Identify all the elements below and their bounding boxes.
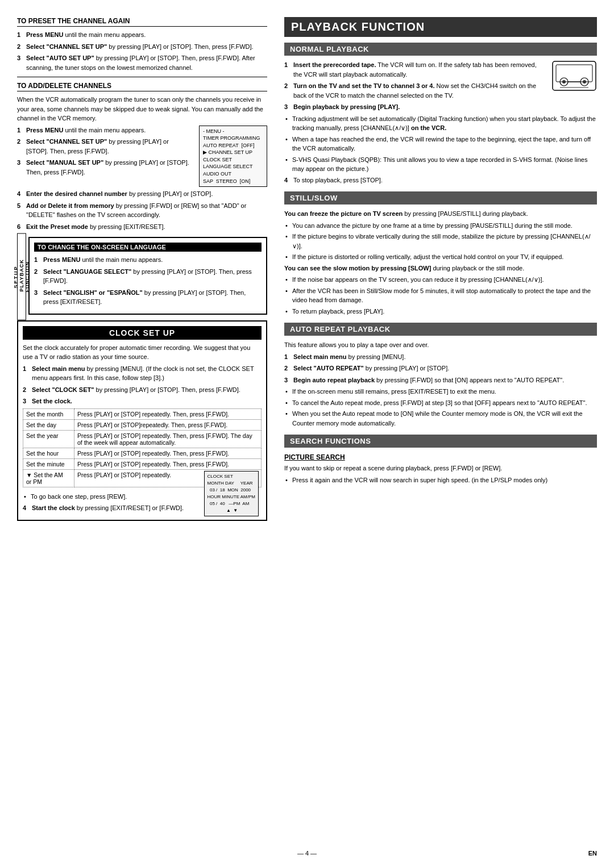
ar-step-1: 1 Select main menu by pressing [MENU]. xyxy=(284,352,597,362)
add-step-5: 5 Add or Delete it from memory by pressi… xyxy=(17,201,267,220)
clock-step-1: 1 Select main menu by pressing [MENU]. (… xyxy=(23,364,262,383)
footer-page-number: — 4 — xyxy=(297,850,317,857)
add-step-2: 2 Select "CHANNEL SET UP" by pressing [P… xyxy=(17,137,191,156)
clock-setup-title: CLOCK SET UP xyxy=(23,326,262,340)
menu-mockup: - MENU - TIMER PROGRAMMING AUTO REPEAT [… xyxy=(199,126,267,187)
auto-repeat-intro: This feature allows you to play a tape o… xyxy=(284,340,597,350)
svg-rect-0 xyxy=(553,61,596,90)
clock-table: Set the month Press [PLAY] or [STOP] rep… xyxy=(23,408,262,487)
add-delete-section: TO ADD/DELETE CHANNELS When the VCR auto… xyxy=(17,82,267,231)
normal-playback-title: NORMAL PLAYBACK xyxy=(284,43,597,56)
tape-illustration xyxy=(551,60,597,99)
page-container: TO PRESET THE CHANNEL AGAIN 1 Press MENU… xyxy=(0,0,614,868)
still-slow-title: STILL/SLOW xyxy=(284,191,597,205)
add-delete-steps-row: 1 Press MENU until the main menu appears… xyxy=(17,126,267,190)
picture-search-subtitle: PICTURE SEARCH xyxy=(284,453,597,461)
ss-bullet-6: To return playback, press [PLAY]. xyxy=(284,307,597,316)
add-step-4: 4 Enter the desired channel number by pr… xyxy=(17,189,267,199)
change-lang-wrapper: SETUP PLAYBACK FUNCTION TO CHANGE THE ON… xyxy=(17,233,267,320)
ss-bullet-2: If the picture begins to vibrate vertica… xyxy=(284,232,597,251)
nb-step-4: 4 To stop playback, press [STOP]. xyxy=(284,176,597,185)
ss-bullet-5: After the VCR has been in Still/Slow mod… xyxy=(284,286,597,305)
ar-bullet-1: If the on-screen menu still remains, pre… xyxy=(284,387,597,397)
picture-search-intro: If you want to skip or repeat a scene du… xyxy=(284,464,597,473)
sidebar-label: SETUP PLAYBACK FUNCTION xyxy=(17,233,26,320)
footer-lang-label: EN xyxy=(588,850,597,857)
ar-bullet-2: To cancel the Auto repeat mode, press [F… xyxy=(284,398,597,408)
nb-bullet-1: Tracking adjustment will be set automati… xyxy=(284,114,597,133)
change-lang-title: TO CHANGE THE ON-SCREEN LANGUAGE xyxy=(34,243,262,252)
preset-channel-title: TO PRESET THE CHANNEL AGAIN xyxy=(17,17,267,27)
page-footer: — 4 — EN xyxy=(0,850,614,857)
playback-function-title: PLAYBACK FUNCTION xyxy=(284,17,597,37)
nb-step-3: 3 Begin playback by pressing [PLAY]. xyxy=(284,102,597,112)
ss-bullet-3: If the picture is distorted or rolling v… xyxy=(284,252,597,262)
ar-bullet-3: When you set the Auto repeat mode to [ON… xyxy=(284,409,597,428)
nb-bullet-2: When a tape has reached the end, the VCR… xyxy=(284,135,597,153)
add-step-1: 1 Press MENU until the main menu appears… xyxy=(17,126,191,135)
right-column: PLAYBACK FUNCTION NORMAL PLAYBACK 1 Inse… xyxy=(279,17,597,851)
svg-point-5 xyxy=(583,80,586,84)
lang-step-1: 1 Press MENU until the main menu appears… xyxy=(34,255,262,265)
nb-step-1: 1 Insert the prerecorded tape. The VCR w… xyxy=(284,60,541,79)
svg-rect-1 xyxy=(556,65,592,82)
normal-playback-row: 1 Insert the prerecorded tape. The VCR w… xyxy=(284,60,597,102)
auto-repeat-title: AUTO REPEAT PLAYBACK xyxy=(284,323,597,336)
preset-step-1: 1 Press MENU until the main menu appears… xyxy=(17,30,267,40)
lang-step-3: 3 Select "ENGLISH" or "ESPAÑOL" by press… xyxy=(34,288,262,307)
add-step-6: 6 Exit the Preset mode by pressing [EXIT… xyxy=(17,222,267,232)
still-slow-slow: You can see the slow motion by pressing … xyxy=(284,264,597,273)
still-slow-intro: You can freeze the picture on TV screen … xyxy=(284,209,597,219)
clock-step-3: 3 Set the clock. xyxy=(23,397,262,406)
nb-step-2: 2 Turn on the TV and set the TV to chann… xyxy=(284,81,541,100)
normal-playback-section: NORMAL PLAYBACK 1 Insert the prerecorded… xyxy=(284,43,597,185)
preset-step-2: 2 Select "CHANNEL SET UP" by pressing [P… xyxy=(17,42,267,52)
auto-repeat-section: AUTO REPEAT PLAYBACK This feature allows… xyxy=(284,323,597,428)
change-lang-section: TO CHANGE THE ON-SCREEN LANGUAGE 1 Press… xyxy=(28,237,267,315)
add-delete-body: When the VCR automatically program the t… xyxy=(17,95,267,123)
ps-bullet-1: Press it again and the VCR will now sear… xyxy=(284,475,597,485)
ss-bullet-1: You can advance the picture by one frame… xyxy=(284,221,597,231)
svg-point-3 xyxy=(562,80,566,84)
search-functions-title: SEARCH FUNCTIONS xyxy=(284,435,597,448)
clock-table-row: Set the minute Press [PLAY] or [STOP] re… xyxy=(23,458,262,469)
add-delete-steps: 1 Press MENU until the main menu appears… xyxy=(17,126,191,190)
add-delete-title: TO ADD/DELETE CHANNELS xyxy=(17,82,267,91)
divider-1 xyxy=(17,77,267,77)
preset-channel-section: TO PRESET THE CHANNEL AGAIN 1 Press MENU… xyxy=(17,17,267,72)
clock-bullet-1: To go back one step, press [REW]. xyxy=(23,492,262,502)
ar-step-2: 2 Select "AUTO REPEAT" by pressing [PLAY… xyxy=(284,364,597,373)
ss-bullet-4: If the noise bar appears on the TV scree… xyxy=(284,275,597,285)
clock-setup-body: Set the clock accurately for proper auto… xyxy=(23,343,262,362)
left-column: TO PRESET THE CHANNEL AGAIN 1 Press MENU… xyxy=(17,17,279,851)
normal-playback-steps: 1 Insert the prerecorded tape. The VCR w… xyxy=(284,60,541,102)
clock-setup-section: CLOCK SET UP Set the clock accurately fo… xyxy=(17,320,267,521)
clock-table-row: ▼ Set the AMor PM Press [PLAY] or [STOP]… xyxy=(23,469,262,487)
clock-table-row: Set the year Press [PLAY] or [STOP] repe… xyxy=(23,430,262,448)
search-functions-section: SEARCH FUNCTIONS PICTURE SEARCH If you w… xyxy=(284,435,597,485)
clock-table-row: Set the day Press [PLAY] or [STOP]repeat… xyxy=(23,419,262,430)
still-slow-section: STILL/SLOW You can freeze the picture on… xyxy=(284,191,597,316)
lang-step-2: 2 Select "LANGUAGE SELECT" by pressing [… xyxy=(34,267,262,286)
add-step-3: 3 Select "MANUAL SET UP" by pressing [PL… xyxy=(17,158,191,177)
nb-bullet-3: S-VHS Quasi Playback (SQPB): This unit a… xyxy=(284,155,597,174)
clock-table-row: Set the month Press [PLAY] or [STOP] rep… xyxy=(23,408,262,419)
ar-step-3: 3 Begin auto repeat playback by pressing… xyxy=(284,375,597,385)
clock-step-2: 2 Select "CLOCK SET" by pressing [PLAY] … xyxy=(23,385,262,395)
preset-step-3: 3 Select "AUTO SET UP" by pressing [PLAY… xyxy=(17,53,267,72)
clock-table-row: Set the hour Press [PLAY] or [STOP] repe… xyxy=(23,448,262,458)
